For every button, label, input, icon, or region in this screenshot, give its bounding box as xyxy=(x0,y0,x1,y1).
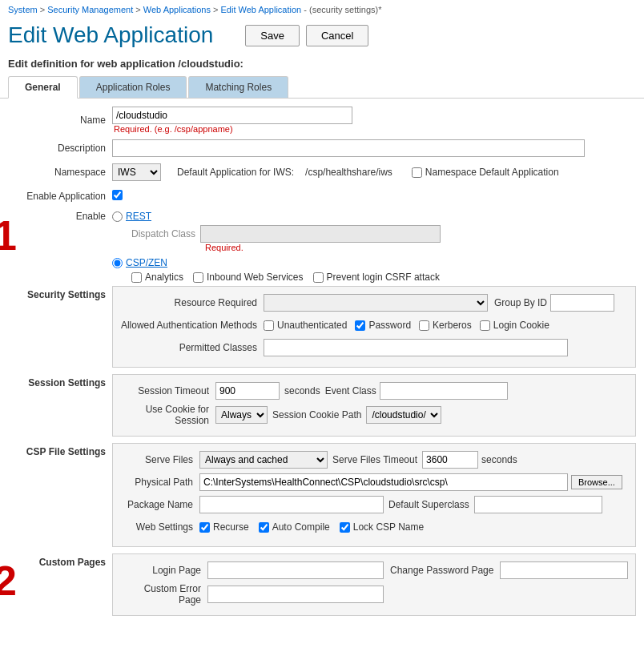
enable-app-label: Enable Application xyxy=(8,191,112,202)
breadcrumb-webapps[interactable]: Web Applications xyxy=(143,5,211,14)
namespace-select[interactable]: IWS HSLIB %SYS USER xyxy=(112,163,161,181)
physical-path-input[interactable] xyxy=(199,473,568,491)
login-page-label: Login Page xyxy=(119,565,207,576)
recurse-label[interactable]: Recurse xyxy=(199,521,249,533)
event-class-input[interactable] xyxy=(380,382,508,400)
event-class-label: Event Class xyxy=(325,385,376,396)
rest-radio-label[interactable]: REST xyxy=(112,211,151,222)
resource-required-select[interactable] xyxy=(264,294,488,312)
password-checkbox[interactable] xyxy=(355,320,365,331)
login-cookie-label[interactable]: Login Cookie xyxy=(480,320,549,331)
inbound-ws-checkbox[interactable] xyxy=(193,272,203,283)
cspzen-label[interactable]: CSP/ZEN xyxy=(126,257,167,268)
login-page-input[interactable] xyxy=(207,561,384,579)
unauthenticated-label[interactable]: Unauthenticated xyxy=(264,320,347,331)
name-row: Name Required. (e.g. /csp/appname) xyxy=(8,107,636,134)
description-input[interactable] xyxy=(112,139,585,157)
inbound-ws-label[interactable]: Inbound Web Services xyxy=(193,272,304,283)
permitted-classes-label: Permitted Classes xyxy=(119,342,264,353)
namespace-default-checkbox[interactable] xyxy=(412,167,422,178)
custom-error-label: Custom Error Page xyxy=(119,583,207,606)
cookie-select[interactable]: Always Never Auto xyxy=(215,406,268,424)
serve-timeout-input[interactable] xyxy=(422,451,478,469)
tab-general[interactable]: General xyxy=(8,76,78,99)
cspzen-radio[interactable] xyxy=(112,258,123,268)
permitted-classes-input[interactable] xyxy=(264,339,568,356)
dispatch-required: Required. xyxy=(203,243,244,252)
change-password-input[interactable] xyxy=(500,561,628,579)
auto-compile-checkbox[interactable] xyxy=(259,522,269,533)
kerberos-checkbox[interactable] xyxy=(419,320,429,331)
lock-csp-label[interactable]: Lock CSP Name xyxy=(340,521,424,533)
browse-button[interactable]: Browse... xyxy=(571,475,622,489)
content-area: 1 Name Required. (e.g. /csp/appname) Des… xyxy=(0,99,644,630)
unauthenticated-checkbox[interactable] xyxy=(264,320,274,331)
cspzen-radio-label[interactable]: CSP/ZEN xyxy=(112,257,167,268)
namespace-default-label[interactable]: Namespace Default Application xyxy=(412,167,559,178)
save-button[interactable]: Save xyxy=(245,25,300,46)
analytics-checkbox[interactable] xyxy=(131,272,142,283)
auto-compile-label[interactable]: Auto Compile xyxy=(259,521,330,533)
enable-app-checkbox[interactable] xyxy=(112,190,123,200)
auth-methods-row: Allowed Authentication Methods Unauthent… xyxy=(119,316,629,335)
description-label: Description xyxy=(8,143,112,154)
security-section-box: Resource Required Group By ID Allowed Au… xyxy=(112,286,636,368)
group-by-id-label: Group By ID xyxy=(494,297,547,308)
namespace-label: Namespace xyxy=(8,167,112,178)
breadcrumb-system[interactable]: System xyxy=(8,5,38,14)
default-app-label: Default Application for IWS: xyxy=(177,167,294,178)
login-cookie-checkbox[interactable] xyxy=(480,320,490,331)
prevent-csrf-label[interactable]: Prevent login CSRF attack xyxy=(313,272,440,283)
lock-csp-checkbox[interactable] xyxy=(340,522,350,533)
enable-app-row: Enable Application xyxy=(8,187,636,206)
session-section-row: Session Settings Session Timeout seconds… xyxy=(8,374,636,437)
recurse-checkbox[interactable] xyxy=(199,522,210,533)
kerberos-label[interactable]: Kerberos xyxy=(419,320,472,331)
serve-timeout-unit: seconds xyxy=(481,454,517,465)
auth-methods-label: Allowed Authentication Methods xyxy=(119,320,264,331)
name-required: Required. (e.g. /csp/appname) xyxy=(112,124,636,134)
cookie-path-label: Session Cookie Path xyxy=(272,409,361,421)
login-page-row: Login Page Change Password Page xyxy=(119,561,629,580)
name-input[interactable] xyxy=(112,107,352,124)
tabs-container: General Application Roles Matching Roles xyxy=(0,76,644,99)
custom-pages-label: Custom Pages xyxy=(8,553,112,568)
rest-label[interactable]: REST xyxy=(126,211,151,222)
custom-error-row: Custom Error Page xyxy=(119,583,629,606)
custom-pages-section-row: Custom Pages Login Page Change Password … xyxy=(8,553,636,616)
tab-application-roles[interactable]: Application Roles xyxy=(79,76,187,98)
custom-error-input[interactable] xyxy=(207,586,384,603)
rest-radio[interactable] xyxy=(112,211,123,222)
physical-path-label: Physical Path xyxy=(119,477,199,488)
default-superclass-input[interactable] xyxy=(474,496,602,513)
breadcrumb-security[interactable]: Security Management xyxy=(47,5,133,14)
serve-timeout-label: Serve Files Timeout xyxy=(332,454,417,465)
dispatch-class-input[interactable] xyxy=(200,225,441,243)
cookie-path-select[interactable]: /cloudstudio/ / xyxy=(366,406,441,424)
permitted-classes-row: Permitted Classes xyxy=(119,338,629,357)
page-title: Edit Web Application xyxy=(8,22,213,48)
web-settings-row: Web Settings Recurse Auto Compile Loc xyxy=(119,517,629,537)
resource-required-row: Resource Required Group By ID xyxy=(119,293,629,312)
description-field-wrap xyxy=(112,139,636,157)
group-by-id-input[interactable] xyxy=(550,294,614,312)
session-section-box: Session Timeout seconds Event Class Use … xyxy=(112,374,636,437)
password-label[interactable]: Password xyxy=(355,320,411,331)
session-timeout-input[interactable] xyxy=(215,382,280,400)
prevent-csrf-checkbox[interactable] xyxy=(313,272,324,283)
serve-files-select[interactable]: Always and cached Always Never Always no… xyxy=(199,451,328,469)
analytics-label[interactable]: Analytics xyxy=(131,272,183,283)
cookie-row: Use Cookie for Session Always Never Auto… xyxy=(119,404,629,426)
page-header: Edit Web Application Save Cancel xyxy=(0,19,644,54)
description-row: Description xyxy=(8,139,636,158)
breadcrumb-editwebapp[interactable]: Edit Web Application xyxy=(221,5,302,14)
csp-label: CSP File Settings xyxy=(8,443,112,457)
cookie-label: Use Cookie for Session xyxy=(119,404,215,426)
security-label: Security Settings xyxy=(8,286,112,300)
cancel-button[interactable]: Cancel xyxy=(306,25,368,46)
enable-row: Enable REST Dispatch Class Required. xyxy=(8,211,636,283)
package-name-input[interactable] xyxy=(199,496,384,513)
breadcrumb: System > Security Management > Web Appli… xyxy=(0,0,644,19)
serve-files-row: Serve Files Always and cached Always Nev… xyxy=(119,450,629,469)
tab-matching-roles[interactable]: Matching Roles xyxy=(188,76,288,98)
